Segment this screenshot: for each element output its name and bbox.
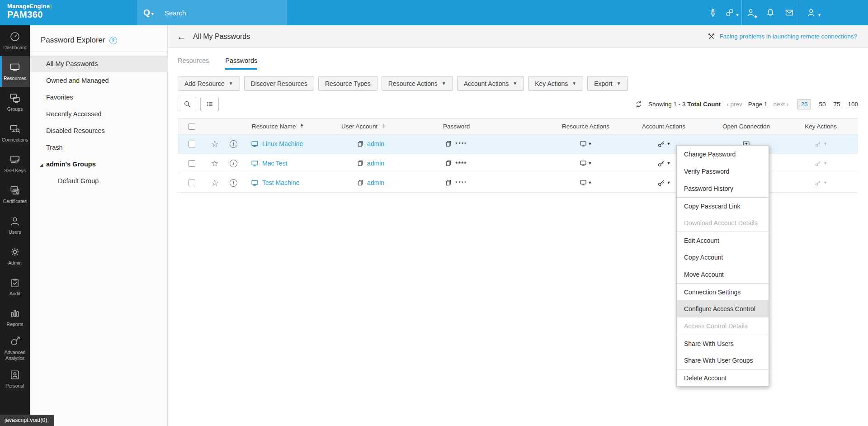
key-actions-button[interactable]: Key Actions▼ [528,76,583,91]
user-account-link[interactable]: admin [367,179,384,186]
key-actions-dropdown[interactable]: ▼ [814,179,827,187]
resource-actions-button[interactable]: Resource Actions▼ [382,76,453,91]
certificate-icon [9,185,21,196]
refresh-icon[interactable] [635,100,642,108]
menu-item-copy-passcard-link[interactable]: Copy Passcard Link [677,197,769,214]
explorer-item-trash[interactable]: Trash [30,139,167,156]
menu-item-password-history[interactable]: Password History [677,180,769,197]
back-arrow-icon[interactable]: ← [177,31,186,42]
account-actions-button[interactable]: Account Actions▼ [457,76,524,91]
row-checkbox[interactable] [189,160,195,167]
remote-connection-help-link[interactable]: Facing problems in launching remote conn… [708,33,857,40]
sidebar-item-connections[interactable]: Connections [0,118,30,148]
sidebar-item-users[interactable]: Users [0,210,30,241]
select-all-checkbox[interactable] [189,123,195,130]
sidebar-item-ssh-keys[interactable]: SSH Keys [0,148,30,179]
tab-passwords[interactable]: Passwords [225,57,257,70]
info-icon[interactable]: i [230,160,237,167]
page-size-25[interactable]: 25 [797,99,811,109]
explorer-item-favorites[interactable]: Favorites [30,89,167,106]
prev-page-link[interactable]: ‹ prev [726,101,742,108]
user-account-link[interactable]: admin [367,140,384,147]
copy-icon[interactable] [445,140,452,147]
resource-actions-dropdown[interactable]: ▼ [580,140,592,147]
page-size-100[interactable]: 100 [848,101,858,108]
mail-icon[interactable] [780,0,799,25]
menu-item-share-with-user-groups[interactable]: Share With User Groups [677,352,769,369]
resource-name-link[interactable]: Linux Machine [262,140,303,147]
resource-monitor-icon [251,160,259,167]
menu-item-verify-password[interactable]: Verify Password [677,163,769,180]
menu-item-delete-account[interactable]: Delete Account [677,369,769,386]
menu-item-edit-account[interactable]: Edit Account [677,232,769,249]
sidebar-item-resources[interactable]: Resources [0,56,30,87]
explorer-item-recently-accessed[interactable]: Recently Accessed [30,106,167,123]
search-input[interactable] [164,9,268,17]
explorer-item-default-group[interactable]: Default Group [30,173,167,189]
user-account-link[interactable]: admin [367,160,384,167]
explorer-item-all-my-passwords[interactable]: All My Passwords [30,56,167,72]
explorer-item-disabled-resources[interactable]: Disabled Resources [30,123,167,139]
explorer-group-admins-groups[interactable]: ◢admin's Groups [30,156,167,173]
explorer-item-owned-and-managed[interactable]: Owned and Managed [30,72,167,89]
tab-resources[interactable]: Resources [178,57,209,70]
page-size-75[interactable]: 75 [833,101,840,108]
favorite-star-icon[interactable]: ☆ [211,139,218,149]
sidebar-item-groups[interactable]: Groups [0,87,30,118]
menu-item-change-password[interactable]: Change Password [677,146,769,163]
quick-link-icon[interactable]: ▼ [722,0,741,25]
copy-icon[interactable] [357,160,364,167]
copy-icon[interactable] [445,179,452,186]
row-checkbox[interactable] [189,141,195,147]
info-icon[interactable]: i [230,179,237,187]
search-scope-caret-icon[interactable]: ▼ [151,12,155,16]
key-actions-dropdown[interactable]: ▼ [814,140,827,148]
menu-item-share-with-users[interactable]: Share With Users [677,335,769,352]
resource-actions-dropdown[interactable]: ▼ [580,179,592,186]
discover-resources-button[interactable]: Discover Resources [244,76,314,91]
favorite-star-icon[interactable]: ☆ [211,178,218,188]
user-star-icon[interactable]: ★ [742,0,761,25]
resource-name-link[interactable]: Test Machine [262,179,299,186]
sidebar-item-admin[interactable]: Admin [0,241,30,271]
account-actions-dropdown[interactable]: ▼ [657,179,671,187]
row-checkbox[interactable] [189,180,195,186]
copy-icon[interactable] [445,160,452,167]
total-count-link[interactable]: Total Count [687,101,721,108]
copy-icon[interactable] [357,179,364,186]
favorite-star-icon[interactable]: ☆ [211,158,218,169]
sidebar-item-advanced-analytics[interactable]: Advanced Analytics [0,333,30,364]
user-menu-icon[interactable]: ▼ [799,0,868,25]
sort-icon[interactable]: ▲▼ [382,123,385,129]
resource-name-link[interactable]: Mac Test [262,160,288,167]
menu-item-move-account[interactable]: Move Account [677,266,769,283]
table-search-button[interactable] [178,97,196,111]
menu-item-connection-settings[interactable]: Connection Settings [677,283,769,300]
menu-item-configure-access-control[interactable]: Configure Access Control [677,300,769,317]
account-actions-dropdown[interactable]: ▼ [657,159,671,168]
sort-icon[interactable]: ▲▼ [300,123,304,129]
resource-types-button[interactable]: Resource Types [318,76,377,91]
sidebar-item-audit[interactable]: Audit [0,271,30,302]
export-button[interactable]: Export▼ [587,76,627,91]
add-resource-button[interactable]: Add Resource▼ [178,76,240,91]
column-chooser-button[interactable] [200,97,219,111]
sidebar-item-personal[interactable]: Personal [0,364,30,394]
resource-actions-dropdown[interactable]: ▼ [580,160,592,167]
search-scope-icon[interactable]: Q [143,8,150,18]
menu-item-copy-account[interactable]: Copy Account [677,249,769,266]
sidebar-item-reports[interactable]: Reports [0,302,30,333]
sidebar-item-certificates[interactable]: Certificates [0,179,30,210]
whats-new-rocket-icon[interactable] [703,0,722,25]
info-icon[interactable]: i [230,140,237,148]
next-page-link[interactable]: next › [774,101,789,108]
copy-icon[interactable] [357,140,364,147]
person-icon [9,215,21,227]
sidebar-item-dashboard[interactable]: Dashboard [0,25,30,56]
column-password: Password [442,123,553,130]
bell-icon[interactable] [761,0,780,25]
page-size-50[interactable]: 50 [819,101,826,108]
key-actions-dropdown[interactable]: ▼ [814,160,827,167]
help-icon[interactable]: ? [109,37,117,44]
account-actions-dropdown[interactable]: ▼ [657,140,671,148]
